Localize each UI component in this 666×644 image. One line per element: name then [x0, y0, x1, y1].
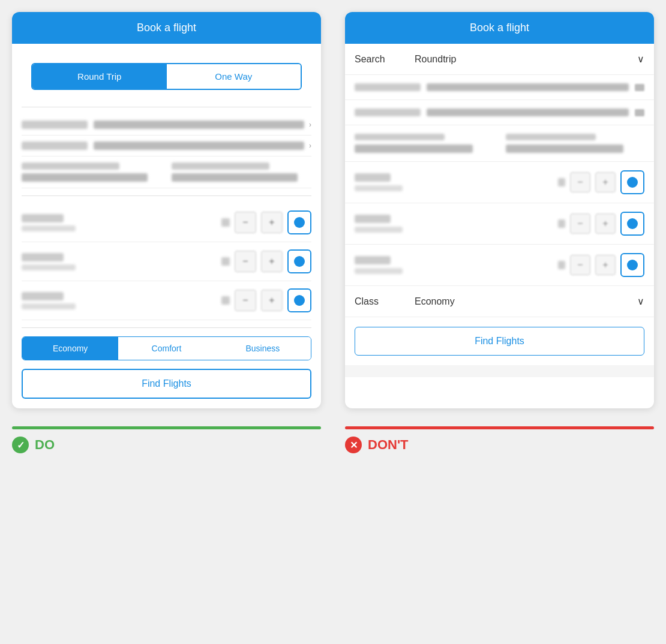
date-row	[22, 157, 311, 188]
infant-age	[22, 303, 76, 309]
dont-bar	[345, 426, 654, 429]
children-radio-inner	[294, 256, 305, 267]
round-trip-tab[interactable]: Round Trip	[32, 64, 167, 89]
class-row[interactable]: Class Economy ∨	[345, 286, 654, 317]
right-adults-info	[355, 173, 558, 191]
right-find-btn-wrap: Find Flights	[345, 317, 654, 365]
returning-label	[172, 162, 269, 170]
leaving-label	[22, 162, 119, 170]
right-children-row: − +	[345, 203, 654, 245]
adults-radio[interactable]	[287, 210, 311, 234]
one-way-tab[interactable]: One Way	[167, 64, 301, 89]
business-tab[interactable]: Business	[215, 337, 311, 360]
search-label: Search	[355, 54, 415, 65]
right-destination-row	[345, 100, 654, 125]
right-find-flights-button[interactable]: Find Flights	[355, 327, 644, 356]
do-check-icon: ✓	[12, 437, 29, 453]
right-adults-age	[355, 185, 403, 191]
find-flights-button[interactable]: Find Flights	[22, 369, 311, 399]
search-value: Roundtrip	[415, 54, 637, 65]
children-count	[221, 257, 230, 266]
do-bar	[12, 426, 321, 429]
children-info	[22, 253, 221, 270]
adults-info	[22, 214, 221, 231]
destination-label	[22, 142, 88, 150]
returning-col	[172, 162, 312, 182]
right-adults-count	[558, 178, 565, 186]
infant-minus[interactable]: −	[235, 290, 256, 311]
right-children-info	[355, 215, 558, 233]
right-children-age	[355, 227, 403, 233]
left-form-area: › ›	[12, 90, 321, 408]
class-value: Economy	[415, 296, 637, 307]
right-origin-row	[345, 75, 654, 100]
right-infant-info	[355, 256, 558, 274]
adults-count	[221, 218, 230, 227]
class-label: Class	[355, 296, 415, 307]
right-children-name	[355, 215, 391, 223]
right-destination-arrow	[635, 109, 644, 116]
right-infant-age	[355, 268, 403, 274]
adults-age	[22, 225, 76, 231]
divider-mid	[22, 195, 311, 196]
right-adults-radio[interactable]	[620, 170, 644, 194]
infant-info	[22, 292, 221, 309]
right-infant-radio[interactable]	[620, 253, 644, 277]
children-radio[interactable]	[287, 249, 311, 273]
right-adults-row: − +	[345, 162, 654, 203]
children-minus[interactable]: −	[235, 251, 256, 272]
right-returning-value	[506, 145, 624, 153]
comfort-tab[interactable]: Comfort	[118, 337, 214, 360]
adults-minus[interactable]: −	[235, 212, 256, 233]
origin-arrow: ›	[309, 121, 311, 129]
right-infant-name	[355, 256, 391, 264]
right-children-radio-inner	[627, 218, 638, 229]
right-leaving-value	[355, 145, 473, 153]
dont-x-icon: ✕	[345, 437, 362, 453]
right-children-controls: − +	[558, 212, 644, 236]
dont-label-row: ✕ DON'T	[345, 437, 654, 453]
children-name	[22, 253, 64, 261]
children-controls: − +	[221, 249, 311, 273]
origin-label	[22, 121, 88, 129]
right-date-row	[345, 125, 654, 162]
destination-row: ›	[22, 136, 311, 157]
children-plus[interactable]: +	[261, 251, 283, 272]
leaving-value	[22, 173, 148, 182]
dont-indicator: ✕ DON'T	[345, 426, 654, 453]
right-children-count	[558, 219, 565, 228]
infant-name	[22, 292, 64, 300]
right-children-plus[interactable]: +	[595, 213, 616, 234]
infant-count	[221, 296, 230, 305]
right-infant-minus[interactable]: −	[570, 255, 590, 275]
infant-controls: − +	[221, 288, 311, 312]
search-chevron-icon: ∨	[637, 53, 644, 65]
leaving-col	[22, 162, 162, 182]
infant-plus[interactable]: +	[261, 290, 283, 311]
right-adults-plus[interactable]: +	[595, 172, 616, 192]
right-phone-card: Book a flight Search Roundtrip ∨	[345, 12, 654, 408]
adults-plus[interactable]: +	[261, 212, 283, 233]
children-row: − +	[22, 242, 311, 281]
right-infant-radio-inner	[627, 260, 638, 270]
right-header: Book a flight	[345, 12, 654, 44]
right-leaving-label	[355, 134, 445, 140]
right-returning-label	[506, 134, 596, 140]
destination-value	[94, 142, 304, 150]
right-children-minus[interactable]: −	[570, 213, 590, 234]
search-row[interactable]: Search Roundtrip ∨	[345, 44, 654, 75]
right-children-radio[interactable]	[620, 212, 644, 236]
origin-value	[94, 121, 304, 129]
infant-radio[interactable]	[287, 288, 311, 312]
class-chevron-icon: ∨	[637, 296, 644, 307]
right-destination-label	[355, 109, 421, 116]
divider-top	[22, 107, 311, 107]
adults-name	[22, 214, 64, 222]
right-returning-col	[506, 134, 645, 153]
do-label-row: ✓ DO	[12, 437, 321, 453]
right-origin-label	[355, 83, 421, 91]
right-infant-plus[interactable]: +	[595, 255, 616, 275]
right-adults-minus[interactable]: −	[570, 172, 590, 192]
economy-tab[interactable]: Economy	[22, 337, 118, 360]
right-adults-name	[355, 173, 391, 182]
